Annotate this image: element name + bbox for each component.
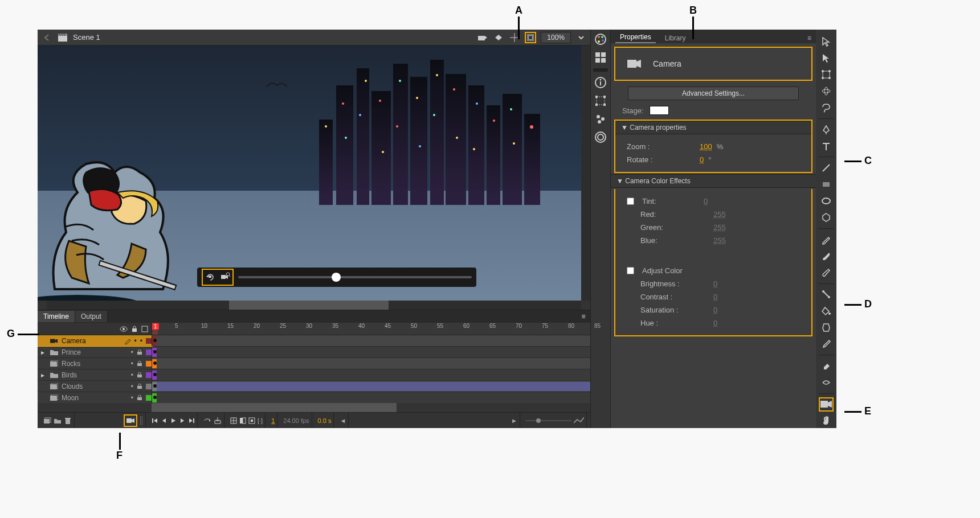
ink-bottle-icon[interactable] [819, 320, 834, 335]
zoom-dropdown[interactable]: 100% [541, 32, 571, 43]
stage-scroll-horizontal[interactable] [38, 301, 590, 310]
paintbrush-tool-icon[interactable] [819, 265, 834, 279]
swatches-icon[interactable] [593, 32, 608, 47]
outline-header-icon[interactable] [141, 326, 148, 332]
layer-row[interactable]: Moon• [38, 392, 590, 403]
eyedropper-icon[interactable] [819, 337, 834, 351]
free-transform-icon[interactable] [819, 67, 834, 81]
frame-number[interactable]: 1 [271, 417, 275, 424]
brightness-value[interactable]: 0 [713, 279, 717, 288]
tint-value[interactable]: 0 [704, 197, 708, 205]
layer-row[interactable]: Camera•• [38, 335, 590, 347]
line-tool-icon[interactable] [819, 161, 834, 175]
onion-1-icon[interactable] [239, 417, 246, 424]
hue-value[interactable]: 0 [713, 319, 717, 327]
layer-row[interactable]: Rocks• [38, 358, 590, 369]
layer-track[interactable] [152, 369, 590, 380]
frame-ruler[interactable]: 1 510152025303540455055606570758085 [152, 323, 590, 335]
layer-row[interactable]: ▸Birds• [38, 369, 590, 381]
3drotation-tool-icon[interactable] [819, 84, 834, 98]
symbol-icon[interactable] [493, 32, 504, 43]
play-icon[interactable] [170, 417, 177, 424]
width-tool-icon[interactable] [819, 375, 834, 389]
subselect-tool-icon[interactable] [819, 51, 834, 65]
tab-properties[interactable]: Properties [615, 32, 656, 43]
new-folder-icon[interactable] [54, 417, 62, 425]
last-frame-icon[interactable] [188, 417, 195, 424]
edit-scene-icon[interactable] [477, 32, 488, 43]
new-layer-icon[interactable] [43, 417, 51, 425]
advanced-settings-button[interactable]: Advanced Settings... [628, 87, 799, 100]
zoom-value[interactable]: 100 [700, 142, 712, 151]
camera-color-section-header[interactable]: ▼ Camera Color Effects [611, 174, 816, 188]
contrast-value[interactable]: 0 [713, 293, 717, 301]
camera-zoom-icon[interactable] [219, 271, 231, 283]
clapper-icon[interactable] [57, 32, 68, 43]
adjust-color-checkbox[interactable] [627, 267, 634, 274]
zoom-max-icon[interactable] [574, 417, 584, 424]
stage-scroll-vertical[interactable] [581, 46, 590, 301]
camera-slider[interactable] [238, 276, 472, 278]
layer-track[interactable] [152, 335, 590, 346]
zoom-slider-icon[interactable] [526, 417, 571, 424]
rect-tool-icon[interactable] [819, 177, 834, 191]
camera-slider-knob[interactable] [332, 273, 341, 282]
first-frame-icon[interactable] [152, 417, 158, 424]
export-icon[interactable] [214, 417, 222, 424]
lasso-tool-icon[interactable] [819, 101, 834, 115]
pen-tool-icon[interactable] [819, 122, 834, 137]
camera-rotate-icon[interactable] [204, 271, 217, 283]
clip-stage-icon[interactable] [525, 32, 536, 43]
tab-timeline[interactable]: Timeline [38, 311, 75, 322]
panel-menu-icon[interactable]: ≡ [577, 313, 590, 320]
tint-checkbox[interactable] [627, 198, 634, 205]
rotate-value[interactable]: 0 [700, 155, 704, 164]
next-frame-icon[interactable] [179, 417, 186, 424]
paint-bucket-icon[interactable] [819, 304, 834, 318]
camera-tool-icon[interactable] [819, 397, 834, 412]
pencil-tool-icon[interactable] [819, 232, 834, 246]
scroll-right-icon[interactable]: ► [511, 417, 517, 424]
align-icon[interactable] [593, 50, 608, 65]
blue-value[interactable]: 255 [713, 236, 726, 245]
saturation-value[interactable]: 0 [713, 306, 717, 314]
layer-track[interactable] [152, 347, 590, 357]
hand-tool-icon[interactable] [819, 414, 834, 428]
text-tool-icon[interactable] [819, 139, 834, 153]
timeline-scroll[interactable] [38, 403, 590, 412]
fps-label[interactable]: 24.00 fps [283, 417, 309, 424]
transform-icon[interactable] [593, 93, 608, 108]
eraser-tool-icon[interactable] [819, 359, 834, 373]
zoom-drop-icon[interactable] [575, 32, 587, 43]
stage-color-swatch[interactable] [650, 106, 669, 115]
layer-track[interactable] [152, 381, 590, 392]
tab-library[interactable]: Library [660, 33, 691, 43]
marker-icon[interactable]: [·] [258, 417, 263, 424]
history-icon[interactable] [593, 112, 608, 126]
camera-props-section-header[interactable]: ▼ Camera properties [615, 121, 811, 134]
loop-icon[interactable] [203, 417, 211, 424]
green-value[interactable]: 255 [713, 223, 726, 232]
tab-output[interactable]: Output [75, 311, 108, 322]
delete-layer-icon[interactable] [64, 417, 72, 425]
selection-tool-icon[interactable] [819, 34, 834, 48]
stage[interactable] [38, 46, 590, 310]
prev-frame-icon[interactable] [161, 417, 168, 424]
cc-libraries-icon[interactable] [593, 130, 608, 145]
add-camera-button[interactable] [124, 414, 137, 427]
panel-menu-icon[interactable]: ≡ [803, 33, 816, 43]
red-value[interactable]: 255 [713, 210, 726, 219]
bone-tool-icon[interactable] [819, 287, 834, 302]
layer-track[interactable] [152, 392, 590, 403]
info-icon[interactable] [593, 75, 608, 90]
layer-track[interactable] [152, 358, 590, 369]
center-frame-icon[interactable] [230, 417, 237, 424]
onion-2-icon[interactable] [248, 417, 255, 424]
layer-row[interactable]: ▸Prince• [38, 347, 590, 358]
lock-header-icon[interactable] [131, 326, 138, 332]
brush-tool-icon[interactable] [819, 249, 834, 263]
polystar-tool-icon[interactable] [819, 211, 834, 225]
oval-tool-icon[interactable] [819, 194, 834, 208]
layer-row[interactable]: Clouds• [38, 381, 590, 392]
scroll-left-icon[interactable]: ◄ [340, 417, 346, 424]
